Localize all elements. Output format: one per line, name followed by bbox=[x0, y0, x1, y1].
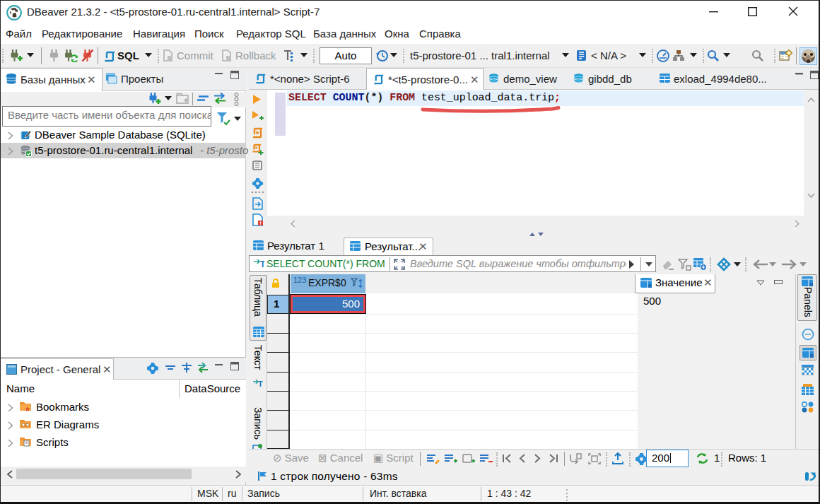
svg-text:T: T bbox=[258, 380, 263, 387]
svg-text:T: T bbox=[260, 259, 264, 269]
